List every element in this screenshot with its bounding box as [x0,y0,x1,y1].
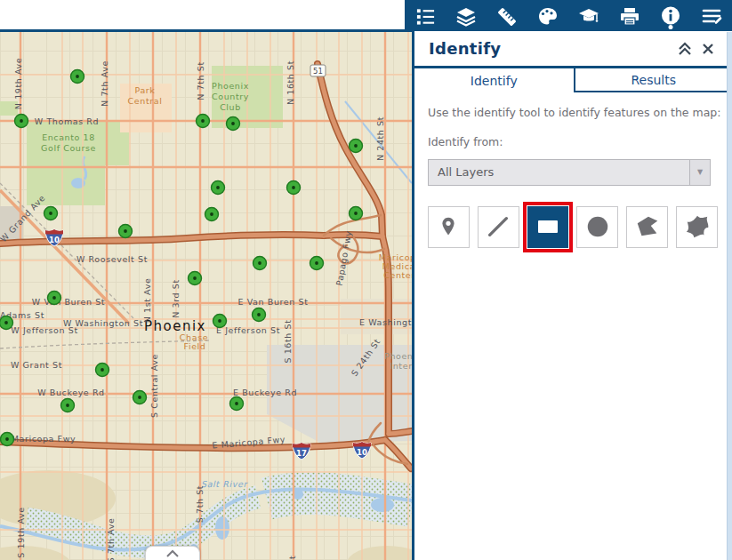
feature-point[interactable] [212,181,225,195]
feature-point[interactable] [96,364,109,377]
map-label: Golf Course [41,143,96,153]
map-label: W Jefferson St [11,325,77,335]
map-label: E Van Buren St [238,297,309,307]
svg-text:51: 51 [313,67,323,76]
feature-point[interactable] [0,316,13,330]
feature-point[interactable] [44,207,58,220]
attribute-table-toggle[interactable] [145,546,200,560]
map-label: Maricopa Fwy [12,434,76,444]
feature-point[interactable] [350,140,363,153]
point-icon [435,213,462,240]
feature-point[interactable] [1,433,14,446]
feature-point[interactable] [15,115,28,128]
draw-tools-row [428,206,718,248]
feature-point[interactable] [253,308,266,322]
route-shield-i17: 17 [293,443,310,460]
map-label: Encanto 18 [42,132,95,142]
rectangle-icon [534,212,562,241]
map-label: W Van Buren St [32,297,105,307]
tab-results[interactable]: Results [574,68,732,92]
map-label: E Washington [359,317,412,327]
print-icon[interactable] [616,3,643,29]
feature-point[interactable] [310,257,324,270]
measure-icon[interactable] [494,3,520,29]
circle-tool-button[interactable] [576,206,618,248]
widget-toolbar [405,0,732,31]
freehand-tool-button[interactable] [676,206,718,248]
feature-point[interactable] [287,181,301,195]
polygon-tool-button[interactable] [626,206,668,248]
identify-from-label: Identify from: [428,135,718,148]
panel-scrollbar[interactable] [727,32,732,560]
rectangle-tool-button[interactable] [527,206,569,248]
feature-point[interactable] [133,391,147,404]
map-label: W Buckeye Rd [37,388,105,397]
svg-text:10: 10 [49,236,60,244]
map-label: N 24th St [375,116,385,161]
panel-title: Identify [429,39,673,58]
map-label: S Central Ave [149,354,159,418]
map-label: Phoenix [212,81,249,91]
map-label: N 3rd St [171,279,181,318]
feature-point[interactable] [230,397,244,411]
feature-point[interactable] [350,207,363,220]
layer-select[interactable]: All Layers ▼ [428,159,711,186]
panel-header: Identify [414,31,732,66]
feature-point[interactable] [253,257,267,270]
feature-point[interactable] [205,208,219,221]
collapse-button[interactable] [673,37,696,60]
identify-description: Use the identify tool to identify featur… [428,105,721,122]
top-strip [0,0,412,29]
polygon-icon [634,213,661,240]
map-label: 16th St [287,556,297,560]
freehand-polygon-icon [684,213,711,240]
more-icon[interactable] [698,3,725,29]
double-chevron-up-icon [677,42,693,56]
layers-icon[interactable] [453,3,479,29]
chevron-down-icon: ▼ [689,160,710,185]
map-label: N 19th Ave [13,58,23,109]
map-label: N 7th Ave [100,60,109,107]
bookmark-icon[interactable] [575,3,602,29]
feature-point[interactable] [197,115,210,128]
map-label: S 16th St [283,319,293,363]
map-canvas[interactable]: N 19th AveN 7th AveN 7th StN 16th StN 24… [0,32,412,560]
map-label: W Grant St [11,360,62,370]
map-label: Phoenix [384,351,412,361]
map-label: Club [220,102,241,112]
map-label: S 7th Ave [106,518,116,560]
layer-select-value: All Layers [429,160,689,185]
info-icon[interactable] [657,3,684,29]
panel-body: Use the identify tool to identify featur… [414,92,732,248]
map-label: Salt River [201,479,248,489]
feature-point[interactable] [227,117,240,131]
route-shield-sr51: 51 [310,65,326,76]
feature-point[interactable] [189,272,202,285]
line-icon [485,213,511,240]
svg-text:10: 10 [357,448,367,457]
close-button[interactable] [696,37,720,60]
chevron-up-icon [165,549,180,557]
map-label: Country [212,92,249,101]
close-icon [702,43,714,55]
feature-point[interactable] [61,399,75,412]
svg-text:17: 17 [296,449,307,458]
feature-point[interactable] [48,292,61,305]
feature-point[interactable] [119,225,133,238]
draw-icon[interactable] [535,3,561,29]
map-label: N 16th St [286,60,295,105]
map-label: Inter [390,361,412,371]
panel-tabs: Identify Results [414,66,732,92]
line-tool-button[interactable] [478,206,519,248]
app-window: N 19th AveN 7th AveN 7th StN 16th StN 24… [0,0,732,560]
point-tool-button[interactable] [428,206,470,248]
map-label: W Thomas Rd [35,116,99,126]
tab-identify[interactable]: Identify [414,68,574,92]
feature-point[interactable] [71,70,84,84]
map-label: N 7th St [196,61,205,100]
map-label: Field [184,341,206,351]
map-label: Center [383,270,412,280]
legend-icon[interactable] [412,3,438,29]
feature-point[interactable] [213,315,227,328]
map-label: W Roosevelt St [76,254,148,264]
